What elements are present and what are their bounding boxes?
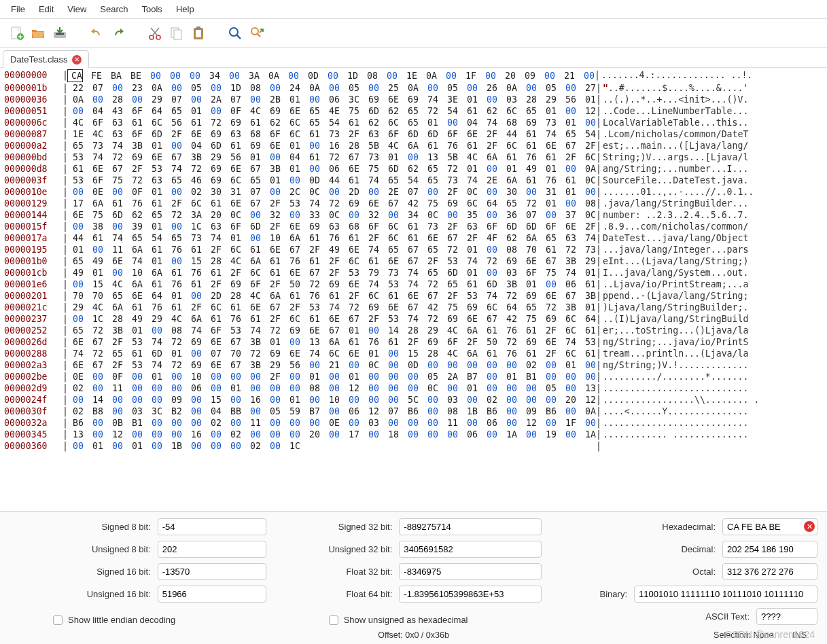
ascii-column[interactable]: ang/String;...number...I... bbox=[601, 163, 748, 175]
ascii-column[interactable]: ..Code...LineNumberTable... bbox=[601, 105, 748, 117]
hex-bytes[interactable]: 7070656E6401002D284C6A6176612F6C616E672F… bbox=[68, 290, 596, 302]
paste-icon[interactable] bbox=[189, 24, 208, 43]
hex-bytes[interactable]: CAFEBABE00000034003A0A000D001D08001E0A00… bbox=[68, 69, 595, 82]
float32-input[interactable] bbox=[399, 563, 542, 580]
hex-bytes[interactable]: 00010001001B00000002001C bbox=[68, 440, 596, 452]
save-icon[interactable] bbox=[50, 24, 69, 43]
hex-bytes[interactable]: 0004436F646501000F4C696E654E756D62657254… bbox=[68, 105, 596, 117]
ascii-column[interactable]: ng/String;)V.!............. bbox=[601, 359, 748, 371]
hex-bytes[interactable]: 6E672F537472696E673B29560021000C000D0000… bbox=[68, 359, 596, 371]
hex-bytes[interactable]: B6000BB10000000200110000000E000300000011… bbox=[68, 417, 596, 429]
hex-bytes[interactable]: 490100106A6176612F6C616E672F53797374656D… bbox=[68, 267, 596, 279]
hex-bytes[interactable]: 6573743B0100046D61696E010016285B4C6A6176… bbox=[68, 140, 596, 151]
copy-icon[interactable] bbox=[167, 24, 186, 43]
hexadecimal-input[interactable] bbox=[722, 518, 817, 535]
little-endian-checkbox[interactable] bbox=[53, 615, 63, 625]
hex-bytes[interactable]: 294C6A6176612F6C616E672F537472696E674275… bbox=[68, 302, 596, 313]
ascii-column[interactable]: ...java/lang/Integer...pars bbox=[601, 244, 748, 255]
open-folder-icon[interactable] bbox=[29, 24, 48, 43]
hex-bytes[interactable]: 65496E74010015284C6A6176612F6C616E672F53… bbox=[68, 255, 596, 267]
ascii-column[interactable]: est;...main...([Ljava/lang/ bbox=[601, 140, 748, 151]
ascii-column[interactable] bbox=[601, 440, 603, 452]
hex-bytes[interactable]: 0A0028002907002A07002B0100063C696E69743E… bbox=[68, 94, 596, 105]
ascii-column[interactable]: ..Ljava/io/PrintStream;...a bbox=[601, 279, 748, 290]
ascii-column[interactable]: ..(.)..*..+...<init>...()V. bbox=[601, 94, 748, 105]
float64-input[interactable] bbox=[399, 586, 542, 603]
ascii-column[interactable]: ..(I)Ljava/lang/StringBuild bbox=[601, 313, 748, 325]
hex-bytes[interactable]: 6E756D6265723A200C003200330C003200340C00… bbox=[68, 209, 596, 221]
unsigned8-input[interactable] bbox=[158, 541, 266, 558]
close-icon[interactable]: ✕ bbox=[72, 55, 82, 65]
hex-bytes[interactable]: 4C6F63616C5661726961626C655461626C650100… bbox=[68, 117, 596, 128]
hex-bytes[interactable]: 6E672F537472696E673B0100136A6176612F696F… bbox=[68, 336, 596, 348]
unsigned-hex-checkbox[interactable] bbox=[329, 615, 338, 625]
menu-edit[interactable]: Edit bbox=[32, 1, 60, 17]
hex-bytes[interactable]: 220700230A0005001D0800240A000500250A0005… bbox=[68, 82, 596, 94]
ascii-column[interactable]: ........../........*....... bbox=[601, 371, 748, 382]
ascii-column[interactable]: SourceFile...DateTest.java. bbox=[601, 175, 748, 186]
tab-datetest-class[interactable]: DateTest.class ✕ bbox=[3, 50, 89, 68]
close-inspector-icon[interactable]: ✕ bbox=[804, 521, 815, 532]
cut-icon[interactable] bbox=[145, 24, 164, 43]
find-icon[interactable] bbox=[226, 24, 245, 43]
hex-bytes[interactable]: 00154C6A6176612F696F2F5072696E7453747265… bbox=[68, 279, 596, 290]
hex-bytes[interactable]: 001C2849294C6A6176612F6C616E672F53747269… bbox=[68, 313, 596, 325]
menu-search[interactable]: Search bbox=[93, 1, 135, 17]
unsigned32-input[interactable] bbox=[399, 541, 542, 558]
hex-bytes[interactable]: 0038003901001C636F6D2F6E6963686F6C61732F… bbox=[68, 221, 596, 232]
menu-help[interactable]: Help bbox=[169, 1, 201, 17]
ascii-column[interactable]: .Lcom/nicholas/common/DateT bbox=[601, 128, 748, 140]
new-doc-icon[interactable] bbox=[7, 24, 26, 43]
ascii-column[interactable]: LocalVariableTable...this.. bbox=[601, 117, 748, 128]
signed16-input[interactable] bbox=[158, 563, 266, 580]
ascii-text-input[interactable] bbox=[756, 608, 817, 625]
decimal-input[interactable] bbox=[722, 541, 817, 558]
hex-bytes[interactable]: 0200110000000600010000000800120000000C00… bbox=[68, 382, 596, 394]
ascii-column[interactable]: er;...toString...()Ljava/la bbox=[601, 325, 748, 336]
ascii-column[interactable]: .......01..,..-....//..0.1.. bbox=[601, 186, 754, 198]
hex-bytes[interactable]: 00140000000900150016000100100000005C0003… bbox=[68, 394, 596, 406]
redo-icon[interactable] bbox=[109, 24, 128, 43]
ascii-column[interactable]: )Ljava/lang/StringBuilder;. bbox=[601, 302, 748, 313]
hex-bytes[interactable]: 0E000F000100100000002F00010001000000052A… bbox=[68, 371, 596, 382]
ascii-column[interactable]: ............ .............. bbox=[601, 429, 748, 440]
ascii-column[interactable]: "..#.......$....%....&....' bbox=[601, 82, 748, 94]
ascii-column[interactable]: .......4.:............. ..!. bbox=[600, 69, 752, 82]
hex-bytes[interactable]: 44617465546573740100106A6176612F6C616E67… bbox=[68, 232, 596, 244]
hex-bytes[interactable]: 536F7572636546696C6501000D44617465546573… bbox=[68, 175, 596, 186]
hex-bytes[interactable]: 1300120000001600020000002000170018000000… bbox=[68, 429, 596, 440]
ascii-column[interactable]: eInt...(Ljava/lang/String;) bbox=[601, 255, 748, 267]
undo-icon[interactable] bbox=[87, 24, 106, 43]
hex-bytes[interactable]: 000E000F010002303107002C0C002D002E07002F… bbox=[68, 186, 596, 198]
ascii-column[interactable]: .java/lang/StringBuilder... bbox=[601, 198, 748, 209]
ascii-column[interactable]: ....<......Y............... bbox=[601, 406, 748, 417]
ascii-column[interactable]: String;)V...args...[Ljava/l bbox=[601, 151, 748, 163]
hex-bytes[interactable]: 537472696E673B2956010004617267730100135B… bbox=[68, 151, 596, 163]
find-replace-icon[interactable] bbox=[247, 24, 266, 43]
ascii-column[interactable]: ng/String;...java/io/PrintS bbox=[601, 336, 748, 348]
octal-input[interactable] bbox=[722, 563, 817, 580]
hex-bytes[interactable]: 616E672F537472696E673B0100066E756D626572… bbox=[68, 163, 596, 175]
menu-tools[interactable]: Tools bbox=[135, 1, 169, 17]
ascii-column[interactable]: tream...println...(Ljava/la bbox=[601, 348, 748, 359]
hex-bytes[interactable]: 747265616D0100077072696E746C6E010015284C… bbox=[68, 348, 596, 359]
unsigned16-input[interactable] bbox=[158, 586, 266, 603]
ascii-column[interactable]: .8.9...com/nicholas/common/ bbox=[601, 221, 748, 232]
ascii-column[interactable]: ........................... bbox=[601, 417, 748, 429]
hex-bytes[interactable]: 176A6176612F6C616E672F537472696E67427569… bbox=[68, 198, 596, 209]
menu-file[interactable]: File bbox=[4, 1, 32, 17]
ascii-column[interactable]: DateTest...java/lang/Object bbox=[601, 232, 748, 244]
ascii-column[interactable]: I...java/lang/System...out. bbox=[601, 267, 748, 279]
menu-view[interactable]: View bbox=[60, 1, 93, 17]
ascii-column[interactable]: .................\\........ . bbox=[601, 394, 759, 406]
hex-bytes[interactable]: 65723B010008746F537472696E6701001428294C… bbox=[68, 325, 596, 336]
hex-view[interactable]: 00000000|CAFEBABE00000034003A0A000D001D0… bbox=[0, 68, 827, 453]
binary-input[interactable] bbox=[634, 586, 817, 603]
hex-bytes[interactable]: 02B800033CB20004BB000559B700061207B60008… bbox=[68, 406, 596, 417]
ascii-column[interactable]: number: ..2.3..2.4..5.6..7. bbox=[601, 209, 748, 221]
signed8-input[interactable] bbox=[158, 518, 266, 535]
hex-bytes[interactable]: 1E4C636F6D2F6E6963686F6C61732F636F6D6D6F… bbox=[68, 128, 596, 140]
ascii-column[interactable]: ........................... bbox=[601, 382, 748, 394]
signed32-input[interactable] bbox=[399, 518, 542, 535]
hex-bytes[interactable]: 0100116A6176612F6C616E672F496E7465676572… bbox=[68, 244, 596, 255]
